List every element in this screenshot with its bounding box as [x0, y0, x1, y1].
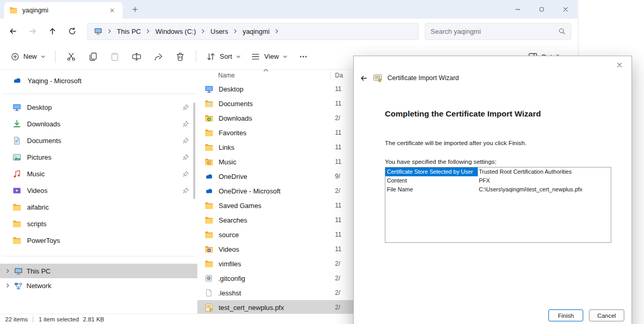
- sidebar-scrollbar[interactable]: [193, 102, 195, 199]
- folder-icon: [12, 219, 21, 228]
- sidebar-item-label: Downloads: [27, 120, 60, 128]
- file-date: 2/: [335, 289, 340, 296]
- sidebar-item-onedrive[interactable]: Yaqing - Microsoft: [0, 72, 197, 89]
- navigation-pane: Yaqing - Microsoft Desktop Downloads Doc…: [0, 69, 197, 314]
- sort-button[interactable]: Sort: [202, 47, 245, 66]
- sidebar-item-desktop[interactable]: Desktop: [0, 99, 197, 115]
- new-tab-button[interactable]: [129, 3, 141, 16]
- share-button[interactable]: [148, 47, 169, 66]
- view-button[interactable]: View: [246, 47, 292, 66]
- minimize-icon: [514, 6, 521, 13]
- this-pc-icon: [14, 267, 23, 276]
- window-close-button[interactable]: [554, 0, 578, 19]
- pin-icon: [182, 104, 189, 111]
- folder-icon: [205, 230, 213, 239]
- sidebar-item-scripts[interactable]: scripts: [0, 215, 197, 232]
- rename-button[interactable]: [126, 47, 147, 66]
- videos-icon: [12, 186, 21, 195]
- chevron-right-icon: [200, 29, 206, 34]
- address-bar[interactable]: This PC Windows (C:) Users yaqingmi: [87, 23, 419, 40]
- search-box[interactable]: [425, 23, 571, 40]
- copy-button[interactable]: [83, 47, 103, 66]
- toolbar-divider: [55, 50, 56, 63]
- breadcrumb-windows-c[interactable]: Windows (C:): [155, 28, 196, 35]
- wizard-back-icon[interactable]: [360, 74, 368, 82]
- cut-button[interactable]: [61, 47, 82, 66]
- folder-icon: [9, 6, 18, 15]
- file-name: .lesshst: [218, 289, 241, 297]
- sidebar-item-this-pc[interactable]: This PC: [0, 264, 197, 278]
- desktop-icon: [205, 85, 213, 94]
- sidebar-item-powertoys[interactable]: PowerToys: [0, 232, 197, 249]
- sidebar-item-videos[interactable]: Videos: [0, 182, 197, 199]
- onedrive-cloud-icon: [205, 172, 213, 181]
- ellipsis-icon: [298, 51, 308, 62]
- chevron-right-icon: [274, 29, 279, 34]
- chevron-right-icon[interactable]: [5, 283, 10, 288]
- sidebar-item-music[interactable]: Music: [0, 165, 197, 182]
- setting-key-certificate-store: Certificate Store Selected by User: [385, 167, 478, 176]
- sidebar-item-network[interactable]: Network: [0, 278, 197, 293]
- copy-icon: [88, 51, 98, 62]
- finish-button[interactable]: Finish: [548, 309, 583, 321]
- tab-title: yaqingmi: [22, 7, 102, 14]
- sidebar-item-label: Yaqing - Microsoft: [28, 77, 82, 85]
- this-pc-icon: [94, 27, 102, 35]
- tab-close-button[interactable]: [107, 5, 117, 16]
- forward-button[interactable]: [23, 22, 43, 40]
- file-date: 2/: [335, 304, 340, 311]
- new-button[interactable]: New: [6, 47, 50, 66]
- up-button[interactable]: [43, 22, 62, 40]
- file-name: Links: [219, 144, 234, 151]
- window-controls: [506, 0, 578, 19]
- pin-icon: [182, 121, 189, 127]
- maximize-button[interactable]: [530, 0, 554, 19]
- search-icon: [558, 28, 566, 35]
- folder-icon: [12, 236, 21, 245]
- cancel-button[interactable]: Cancel: [589, 309, 624, 321]
- back-button[interactable]: [3, 22, 23, 40]
- column-header-name[interactable]: Name: [218, 72, 235, 79]
- music-icon: [12, 170, 21, 178]
- setting-row[interactable]: File Name C:\Users\yaqingmi\test_cert_ne…: [385, 185, 611, 194]
- chevron-down-icon: [236, 54, 241, 59]
- paste-button[interactable]: [104, 47, 125, 66]
- pin-icon: [182, 171, 189, 177]
- wizard-description: The certificate will be imported after y…: [385, 139, 527, 147]
- navigation-bar: This PC Windows (C:) Users yaqingmi: [0, 19, 578, 44]
- sidebar-item-documents[interactable]: Documents: [0, 132, 197, 149]
- explorer-tab[interactable]: yaqingmi: [4, 2, 123, 19]
- breadcrumb-yaqingmi[interactable]: yaqingmi: [243, 28, 270, 35]
- breadcrumb-users[interactable]: Users: [210, 28, 228, 35]
- file-date: 11: [335, 100, 341, 107]
- paste-icon: [110, 51, 120, 62]
- chevron-right-icon: [233, 29, 238, 34]
- more-options-button[interactable]: [293, 47, 314, 66]
- setting-row[interactable]: Certificate Store Selected by User Trust…: [385, 167, 611, 176]
- sidebar-item-pictures[interactable]: Pictures: [0, 149, 197, 165]
- dialog-close-button[interactable]: [613, 59, 626, 71]
- setting-value: Trusted Root Certification Authorities: [478, 167, 611, 176]
- maximize-icon: [539, 6, 545, 12]
- search-input[interactable]: [431, 28, 555, 35]
- sort-icon: [206, 51, 216, 62]
- breadcrumb-this-pc[interactable]: This PC: [117, 28, 141, 35]
- pin-icon: [182, 137, 189, 144]
- setting-row[interactable]: Content PFX: [385, 176, 611, 185]
- sort-ascending-icon: [263, 69, 269, 72]
- certificate-import-wizard-dialog: Certificate Import Wizard Completing the…: [353, 56, 632, 324]
- minimize-button[interactable]: [506, 0, 530, 19]
- chevron-right-icon[interactable]: [5, 268, 10, 274]
- refresh-button[interactable]: [62, 22, 82, 40]
- file-name: .gitconfig: [218, 275, 245, 282]
- sidebar-item-aifabric[interactable]: aifabric: [0, 199, 197, 215]
- documents-icon: [12, 136, 21, 145]
- sidebar-item-downloads[interactable]: Downloads: [0, 115, 197, 132]
- desktop-icon: [12, 103, 21, 112]
- column-divider[interactable]: [330, 71, 331, 80]
- file-date: 9/: [335, 173, 340, 180]
- column-header-date[interactable]: Da: [335, 72, 343, 79]
- up-icon: [48, 27, 57, 35]
- delete-button[interactable]: [170, 47, 191, 66]
- settings-list[interactable]: Certificate Store Selected by User Trust…: [385, 167, 611, 243]
